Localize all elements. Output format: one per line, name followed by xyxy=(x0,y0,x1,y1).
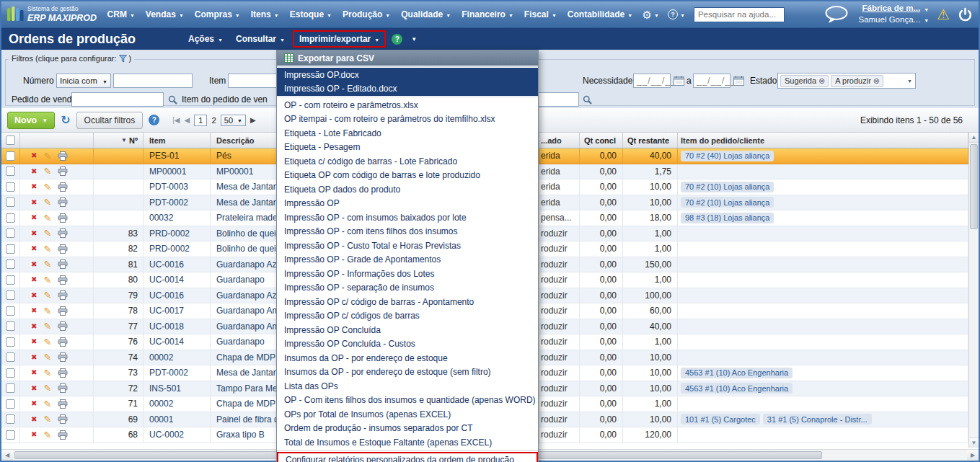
menu-item[interactable]: Impressão OP c/ código de barras - Apont… xyxy=(277,295,538,309)
order-link-badge[interactable]: 70 #2 (10) Lojas aliança xyxy=(681,182,774,192)
delete-icon[interactable]: ✖ xyxy=(31,214,37,221)
novo-button[interactable]: Novo▼ xyxy=(7,112,55,129)
menu-item[interactable]: Etiqueta OP com código de barras e lote … xyxy=(277,169,538,183)
edit-icon[interactable]: ✎ xyxy=(43,275,51,285)
calendar-icon[interactable] xyxy=(732,74,745,87)
vertical-scrollbar[interactable]: ▲ ▼ xyxy=(968,133,979,448)
edit-icon[interactable]: ✎ xyxy=(43,213,51,223)
print-icon[interactable] xyxy=(58,197,68,207)
menu-item[interactable]: Impressão OP - Editado.docx xyxy=(277,82,538,97)
edit-icon[interactable]: ✎ xyxy=(43,321,51,331)
scroll-right-icon[interactable]: ▶ xyxy=(967,450,979,461)
print-icon[interactable] xyxy=(58,399,68,409)
first-page-button[interactable]: |◀ xyxy=(172,116,180,124)
necessidade-to-input[interactable]: __/__/__ xyxy=(693,74,730,88)
row-checkbox[interactable] xyxy=(6,197,15,207)
numero-input[interactable] xyxy=(113,74,193,88)
menu-item[interactable]: Insumos da OP - por endereço de estoque xyxy=(277,351,538,365)
order-link-badge[interactable]: 101 #1 (5) Cargotec xyxy=(681,414,760,425)
row-checkbox[interactable] xyxy=(6,244,15,254)
print-icon[interactable] xyxy=(58,213,68,223)
menu-item[interactable]: Total de Insumos e Estoque Faltante (ape… xyxy=(277,435,538,450)
delete-icon[interactable]: ✖ xyxy=(31,199,37,206)
grid-help-icon[interactable]: ? xyxy=(149,115,159,125)
select-all-checkbox[interactable] xyxy=(6,136,15,145)
menu-item[interactable]: Etiqueta OP dados do produto xyxy=(277,182,538,197)
account-company[interactable]: Fábrica de m...▼ xyxy=(858,3,929,14)
row-checkbox[interactable] xyxy=(6,399,15,409)
menu-item[interactable]: Impressão OP - Custo Total e Horas Previ… xyxy=(277,239,538,253)
print-icon[interactable] xyxy=(58,414,68,424)
menu-item[interactable]: Ordem de produção - insumos separados po… xyxy=(277,422,538,436)
nav-item-financeiro[interactable]: Financeiro▼ xyxy=(456,6,519,23)
numero-operator-select[interactable]: Inicia com▼ xyxy=(56,74,111,88)
menu-item[interactable]: Impressão OP.docx xyxy=(277,68,538,82)
delete-icon[interactable]: ✖ xyxy=(31,152,37,159)
nav-item-fiscal[interactable]: Fiscal▼ xyxy=(518,6,562,23)
print-icon[interactable] xyxy=(58,166,68,176)
print-icon[interactable] xyxy=(58,352,68,362)
row-checkbox[interactable] xyxy=(6,306,15,316)
print-icon[interactable] xyxy=(58,306,68,316)
edit-icon[interactable]: ✎ xyxy=(43,414,51,424)
row-checkbox[interactable] xyxy=(6,182,15,192)
nav-item-crm[interactable]: CRM▼ xyxy=(102,6,140,23)
row-checkbox[interactable] xyxy=(6,383,15,393)
menu-item[interactable]: Etiqueta c/ código de barras - Lote Fabr… xyxy=(277,154,538,169)
consultar-menu-button[interactable]: Consultar▼ xyxy=(229,30,291,48)
delete-icon[interactable]: ✖ xyxy=(31,416,37,423)
delete-icon[interactable]: ✖ xyxy=(31,431,37,438)
search-icon[interactable] xyxy=(581,93,593,106)
nav-item-producao[interactable]: Produção▼ xyxy=(337,6,396,23)
menu-item[interactable]: Insumos da OP - por endereço de estoque … xyxy=(277,365,538,380)
row-checkbox[interactable] xyxy=(6,414,15,424)
delete-icon[interactable]: ✖ xyxy=(31,400,37,407)
maxiprod-logo[interactable]: Sistema de gestão ERP MAXIPROD xyxy=(1,6,102,23)
menu-item[interactable]: OP itempai - com roteiro e parâmetros do… xyxy=(277,112,538,127)
order-link-badge[interactable]: 70 #2 (10) Lojas aliança xyxy=(681,197,774,208)
menu-item[interactable]: Impressão OP - com insumos baixados por … xyxy=(277,210,538,225)
menu-item[interactable]: Lista das OPs xyxy=(277,379,538,394)
row-checkbox[interactable] xyxy=(6,228,15,238)
header-qt-concluida[interactable]: Qt concl xyxy=(580,133,623,148)
print-icon[interactable] xyxy=(58,259,68,269)
delete-icon[interactable]: ✖ xyxy=(31,354,37,361)
header-estado[interactable]: ...ado xyxy=(539,133,580,148)
acoes-menu-button[interactable]: Ações▼ xyxy=(182,30,229,48)
edit-icon[interactable]: ✎ xyxy=(43,352,51,362)
filters-legend[interactable]: Filtros (clique para configurar: ) xyxy=(9,54,134,63)
imprimir-exportar-menu-button[interactable]: Imprimir/exportar▼ xyxy=(293,30,386,48)
row-checkbox[interactable] xyxy=(6,337,15,347)
row-checkbox[interactable] xyxy=(6,213,15,223)
print-icon[interactable] xyxy=(58,228,68,238)
row-checkbox[interactable] xyxy=(6,151,15,161)
edit-icon[interactable]: ✎ xyxy=(43,430,51,440)
menu-item[interactable]: Impressão OP Concluída - Custos xyxy=(277,337,538,352)
next-page-button[interactable]: ▶ xyxy=(250,116,256,124)
edit-icon[interactable]: ✎ xyxy=(43,306,51,316)
delete-icon[interactable]: ✖ xyxy=(31,168,37,175)
print-icon[interactable] xyxy=(58,368,68,378)
print-icon[interactable] xyxy=(58,275,68,285)
page-2-link[interactable]: 2 xyxy=(211,116,216,125)
edit-icon[interactable]: ✎ xyxy=(43,197,51,207)
remove-tag-icon[interactable]: ⊗ xyxy=(873,76,880,86)
help-menu[interactable]: ?▼ xyxy=(663,9,689,19)
order-link-badge[interactable]: 4563 #1 (10) Aco Engenharia xyxy=(681,368,793,378)
nav-item-itens[interactable]: Itens▼ xyxy=(245,6,284,23)
nav-item-compras[interactable]: Compras▼ xyxy=(189,6,245,23)
menu-item[interactable]: Impressão OP - separação de insumos xyxy=(277,281,538,296)
delete-icon[interactable]: ✖ xyxy=(31,385,37,392)
warning-icon[interactable]: ⚠ xyxy=(937,7,950,22)
delete-icon[interactable]: ✖ xyxy=(31,369,37,376)
calendar-icon[interactable] xyxy=(672,74,685,87)
header-item[interactable]: Item xyxy=(144,133,211,148)
menu-item[interactable]: Impressão OP xyxy=(277,197,538,211)
nav-item-contabilidade[interactable]: Contabilidade▼ xyxy=(562,6,637,23)
menu-item[interactable]: OP - Com itens filhos dos insumos e quan… xyxy=(277,394,538,408)
page-size-select[interactable]: 50▼ xyxy=(221,115,246,126)
menu-item[interactable]: OP - com roteiro e parâmetros.xlsx xyxy=(277,98,538,112)
row-checkbox[interactable] xyxy=(6,166,15,176)
help-search-input[interactable] xyxy=(694,7,785,22)
row-checkbox[interactable] xyxy=(6,290,15,300)
